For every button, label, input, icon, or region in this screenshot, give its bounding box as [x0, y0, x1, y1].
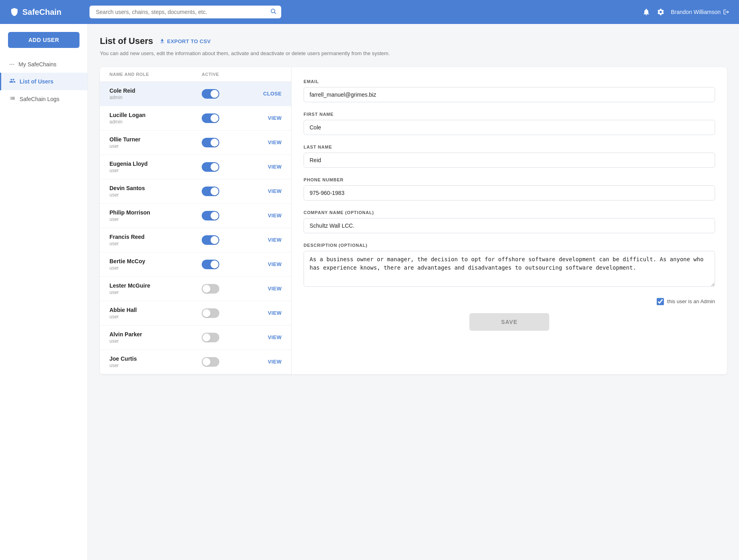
svg-line-1 [274, 12, 276, 14]
lastname-input[interactable] [304, 153, 715, 168]
export-label: EXPORT TO CSV [167, 38, 211, 44]
phone-input[interactable] [304, 185, 715, 201]
active-toggle[interactable] [202, 308, 219, 318]
active-toggle[interactable] [202, 333, 219, 342]
user-role: user [109, 363, 202, 368]
user-name: Abbie Hall [109, 307, 202, 313]
sidebar-item-safechain-logs[interactable]: SafeChain Logs [0, 90, 87, 108]
user-menu[interactable]: Brandon Williamson [671, 9, 730, 15]
user-action-button[interactable]: VIEW [250, 212, 282, 218]
sidebar-item-label-list-of-users: List of Users [20, 78, 54, 85]
user-action-button[interactable]: CLOSE [250, 91, 282, 97]
active-toggle[interactable] [202, 235, 219, 245]
table-row[interactable]: Abbie Hall user VIEW [100, 301, 291, 326]
email-group: EMAIL [304, 79, 715, 102]
company-input[interactable] [304, 218, 715, 233]
phone-label: PHONE NUMBER [304, 177, 715, 182]
table-row[interactable]: Ollie Turner user VIEW [100, 131, 291, 155]
table-row[interactable]: Lester McGuire user VIEW [100, 277, 291, 301]
firstname-label: FIRST NAME [304, 112, 715, 117]
table-row[interactable]: Alvin Parker user VIEW [100, 326, 291, 350]
active-toggle[interactable] [202, 284, 219, 294]
user-name: Devin Santos [109, 185, 202, 191]
active-toggle[interactable] [202, 162, 219, 172]
user-action-button[interactable]: VIEW [250, 334, 282, 340]
shield-icon [10, 7, 19, 17]
notification-button[interactable] [642, 8, 650, 16]
logs-icon [9, 95, 16, 103]
search-container [89, 6, 281, 18]
table-row[interactable]: Philip Morrison user VIEW [100, 204, 291, 228]
active-toggle[interactable] [202, 89, 219, 99]
col-name-header: NAME AND ROLE [109, 72, 202, 77]
export-csv-button[interactable]: EXPORT TO CSV [159, 38, 211, 44]
description-textarea[interactable] [304, 251, 715, 287]
user-action-button[interactable]: VIEW [250, 286, 282, 292]
description-group: DESCRIPTION (OPTIONAL) [304, 243, 715, 288]
user-role: user [109, 168, 202, 173]
firstname-input[interactable] [304, 120, 715, 135]
table-row[interactable]: Devin Santos user VIEW [100, 179, 291, 204]
table-row[interactable]: Joe Curtis user VIEW [100, 350, 291, 374]
user-name: Eugenia Lloyd [109, 161, 202, 167]
table-row[interactable]: Lucille Logan admin VIEW [100, 106, 291, 131]
search-input[interactable] [89, 6, 281, 18]
topnav-right: Brandon Williamson [642, 8, 730, 16]
user-list-header: NAME AND ROLE ACTIVE [100, 67, 291, 82]
user-role: user [109, 265, 202, 271]
sidebar-item-list-of-users[interactable]: List of Users [0, 73, 87, 90]
settings-button[interactable] [657, 8, 665, 16]
user-role: user [109, 192, 202, 198]
active-toggle[interactable] [202, 138, 219, 147]
logout-icon [723, 9, 729, 15]
user-action-button[interactable]: VIEW [250, 310, 282, 316]
table-row[interactable]: Bertie McCoy user VIEW [100, 252, 291, 277]
user-action-button[interactable]: VIEW [250, 237, 282, 243]
active-toggle[interactable] [202, 187, 219, 196]
user-name: Bertie McCoy [109, 258, 202, 264]
user-name: Brandon Williamson [671, 9, 721, 15]
user-name: Alvin Parker [109, 331, 202, 338]
user-action-button[interactable]: VIEW [250, 359, 282, 365]
admin-check-group: this user is an Admin [304, 298, 715, 305]
user-action-button[interactable]: VIEW [250, 115, 282, 121]
user-role: user [109, 314, 202, 320]
save-button[interactable]: SAVE [469, 313, 549, 331]
add-user-button[interactable]: ADD USER [8, 32, 79, 48]
active-toggle[interactable] [202, 211, 219, 220]
user-role: user [109, 290, 202, 295]
user-action-button[interactable]: VIEW [250, 188, 282, 194]
svg-point-0 [271, 9, 275, 13]
sidebar-item-my-safechains[interactable]: ··· My SafeChains [0, 56, 87, 73]
brand-logo: SafeChain [10, 7, 81, 17]
sidebar-item-label-safechain-logs: SafeChain Logs [20, 96, 60, 102]
active-toggle[interactable] [202, 357, 219, 367]
user-name: Cole Reid [109, 87, 202, 94]
active-toggle[interactable] [202, 260, 219, 269]
table-row[interactable]: Cole Reid admin CLOSE [100, 82, 291, 106]
sidebar: ADD USER ··· My SafeChains List of Users… [0, 24, 88, 560]
page-header: List of Users EXPORT TO CSV [100, 36, 727, 46]
email-input[interactable] [304, 87, 715, 102]
brand-name: SafeChain [22, 8, 62, 17]
user-role: user [109, 143, 202, 149]
lastname-group: LAST NAME [304, 145, 715, 168]
active-toggle[interactable] [202, 113, 219, 123]
download-icon [159, 38, 165, 44]
admin-check-label[interactable]: this user is an Admin [667, 298, 715, 304]
user-action-button[interactable]: VIEW [250, 139, 282, 145]
user-action-button[interactable]: VIEW [250, 261, 282, 267]
description-label: DESCRIPTION (OPTIONAL) [304, 243, 715, 248]
top-navigation: SafeChain Brandon Williamson [0, 0, 739, 24]
user-role: admin [109, 95, 202, 100]
user-action-button[interactable]: VIEW [250, 164, 282, 170]
admin-checkbox[interactable] [657, 298, 664, 305]
firstname-group: FIRST NAME [304, 112, 715, 135]
search-icon [270, 8, 276, 16]
content-area: NAME AND ROLE ACTIVE Cole Reid admin CLO… [100, 67, 727, 374]
table-row[interactable]: Eugenia Lloyd user VIEW [100, 155, 291, 179]
user-rows-container: Cole Reid admin CLOSE Lucille Logan admi… [100, 82, 291, 374]
main-content: List of Users EXPORT TO CSV You can add … [88, 24, 739, 560]
lastname-label: LAST NAME [304, 145, 715, 149]
table-row[interactable]: Francis Reed user VIEW [100, 228, 291, 252]
